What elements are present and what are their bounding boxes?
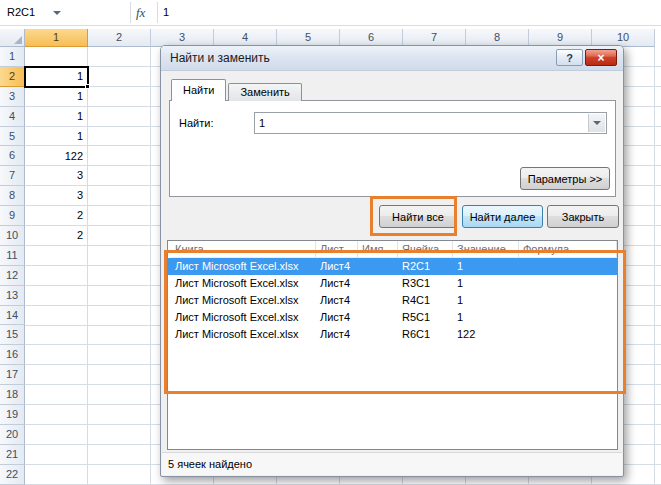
result-cell: R2C1: [398, 258, 453, 275]
tab-strip: Найти Заменить: [171, 79, 304, 101]
row-header-13[interactable]: 13: [0, 286, 25, 306]
cell-R10C1[interactable]: 2: [25, 226, 88, 246]
formula-input[interactable]: 1: [163, 0, 169, 25]
cell-R9C1[interactable]: 2: [25, 206, 88, 226]
cell-R3C1[interactable]: 1: [25, 87, 88, 107]
close-window-button[interactable]: ×: [585, 49, 617, 66]
find-next-button[interactable]: Найти далее: [462, 205, 543, 228]
row-header-3[interactable]: 3: [0, 87, 25, 107]
find-replace-dialog: Найти и заменить ? × Найти Заменить Найт…: [160, 45, 624, 477]
result-formula: [519, 275, 617, 292]
find-all-button[interactable]: Найти все: [379, 205, 457, 228]
cell-R8C1[interactable]: 3: [25, 186, 88, 206]
name-box[interactable]: R2C1: [0, 0, 48, 25]
dialog-title: Найти и заменить: [170, 46, 270, 71]
result-row-R6C1[interactable]: Лист Microsoft Excel.xlsxЛист4R6C1122: [168, 326, 617, 343]
row-header-15[interactable]: 15: [0, 325, 25, 345]
result-value: 1: [453, 258, 519, 275]
result-value: 1: [453, 309, 519, 326]
result-name: [358, 275, 398, 292]
close-button[interactable]: Закрыть: [547, 205, 619, 228]
result-name: [358, 292, 398, 309]
results-column-header[interactable]: Значение: [453, 241, 519, 258]
result-name: [358, 326, 398, 343]
results-column-header[interactable]: Лист: [316, 241, 358, 258]
results-header: КнигаЛистИмяЯчейкаЗначениеФормула: [168, 241, 617, 258]
row-header-9[interactable]: 9: [0, 206, 25, 226]
row-header-14[interactable]: 14: [0, 306, 25, 326]
tab-replace[interactable]: Заменить: [228, 83, 301, 101]
results-body: Лист Microsoft Excel.xlsxЛист4R2C11Лист …: [168, 258, 617, 343]
result-formula: [519, 258, 617, 275]
row-header-4[interactable]: 4: [0, 107, 25, 127]
row-header-8[interactable]: 8: [0, 186, 25, 206]
results-column-header[interactable]: Книга: [171, 241, 316, 258]
column-header-2[interactable]: 2: [88, 29, 151, 47]
corner-triangle-icon: [14, 36, 22, 44]
select-all-corner[interactable]: [0, 29, 25, 47]
result-row-R2C1[interactable]: Лист Microsoft Excel.xlsxЛист4R2C11: [168, 258, 617, 275]
row-header-1[interactable]: 1: [0, 47, 25, 67]
row-header-17[interactable]: 17: [0, 365, 25, 385]
row-header-2[interactable]: 2: [0, 67, 25, 87]
find-label: Найти:: [179, 117, 213, 129]
result-cell: R5C1: [398, 309, 453, 326]
result-cell: R4C1: [398, 292, 453, 309]
name-box-dropdown-icon[interactable]: [48, 0, 66, 25]
dialog-titlebar[interactable]: Найти и заменить ? ×: [161, 46, 623, 71]
find-tab-panel: Найти: 1 Параметры >>: [169, 100, 616, 197]
result-sheet: Лист4: [316, 309, 358, 326]
find-dropdown-button[interactable]: [588, 114, 605, 132]
result-row-R5C1[interactable]: Лист Microsoft Excel.xlsxЛист4R5C11: [168, 309, 617, 326]
row-header-5[interactable]: 5: [0, 127, 25, 147]
result-book: Лист Microsoft Excel.xlsx: [171, 309, 316, 326]
divider: [130, 2, 131, 23]
result-formula: [519, 309, 617, 326]
result-book: Лист Microsoft Excel.xlsx: [171, 275, 316, 292]
cell-R5C1[interactable]: 1: [25, 127, 88, 147]
row-header-22[interactable]: 22: [0, 465, 25, 485]
status-text: 5 ячеек найдено: [168, 453, 252, 475]
insert-function-icon[interactable]: fx: [136, 0, 145, 25]
result-sheet: Лист4: [316, 275, 358, 292]
tab-find[interactable]: Найти: [171, 79, 226, 101]
result-book: Лист Microsoft Excel.xlsx: [171, 326, 316, 343]
result-cell: R3C1: [398, 275, 453, 292]
cell-R6C1[interactable]: 122: [25, 147, 88, 167]
result-formula: [519, 326, 617, 343]
result-row-R3C1[interactable]: Лист Microsoft Excel.xlsxЛист4R3C11: [168, 275, 617, 292]
result-formula: [519, 292, 617, 309]
cell-R4C1[interactable]: 1: [25, 107, 88, 127]
result-cell: R6C1: [398, 326, 453, 343]
cell-R2C1[interactable]: 1: [25, 67, 88, 87]
row-header-20[interactable]: 20: [0, 425, 25, 445]
results-column-header[interactable]: Формула: [519, 241, 617, 258]
result-name: [358, 258, 398, 275]
result-book: Лист Microsoft Excel.xlsx: [171, 292, 316, 309]
find-input-value: 1: [259, 113, 265, 133]
result-sheet: Лист4: [316, 258, 358, 275]
row-header-10[interactable]: 10: [0, 226, 25, 246]
result-name: [358, 309, 398, 326]
result-value: 1: [453, 292, 519, 309]
row-header-16[interactable]: 16: [0, 345, 25, 365]
row-header-6[interactable]: 6: [0, 146, 25, 166]
row-header-11[interactable]: 11: [0, 246, 25, 266]
results-list[interactable]: КнигаЛистИмяЯчейкаЗначениеФормула Лист M…: [167, 240, 618, 450]
row-header-21[interactable]: 21: [0, 445, 25, 465]
results-column-header[interactable]: Имя: [358, 241, 398, 258]
formula-bar: R2C1 fx 1: [0, 0, 661, 26]
results-column-header[interactable]: Ячейка: [398, 241, 453, 258]
result-sheet: Лист4: [316, 292, 358, 309]
help-button[interactable]: ?: [556, 49, 583, 66]
find-input[interactable]: 1: [254, 112, 607, 134]
row-header-19[interactable]: 19: [0, 405, 25, 425]
divider: [157, 2, 158, 23]
column-header-1[interactable]: 1: [25, 29, 88, 47]
cell-R7C1[interactable]: 3: [25, 166, 88, 186]
row-header-18[interactable]: 18: [0, 385, 25, 405]
row-header-12[interactable]: 12: [0, 266, 25, 286]
options-button[interactable]: Параметры >>: [520, 167, 610, 190]
result-row-R4C1[interactable]: Лист Microsoft Excel.xlsxЛист4R4C11: [168, 292, 617, 309]
row-header-7[interactable]: 7: [0, 166, 25, 186]
